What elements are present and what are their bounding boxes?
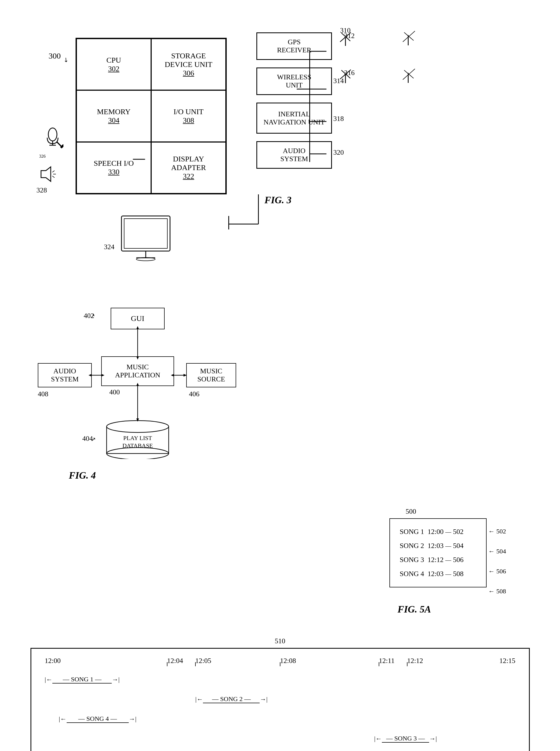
song3-label: — SONG 3 — (382, 735, 429, 743)
song3-bar-row: |← — SONG 3 — →| (45, 735, 516, 751)
song2-bracket-left: |← (195, 696, 203, 703)
antenna-312-icon (335, 27, 356, 48)
music-src-label: MUSICSOURCE (197, 367, 225, 383)
fig5a-box: SONG 1 12:00 — 502 SONG 2 12:03 — 504 SO… (389, 518, 486, 588)
svg-line-22 (404, 33, 414, 40)
svg-line-3 (57, 142, 61, 146)
cell-cpu: CPU 302 (76, 39, 151, 90)
svg-point-0 (48, 128, 57, 141)
ref-320: 320 (333, 149, 344, 157)
wireless-unit-box: WIRELESSUNIT (256, 67, 332, 95)
svg-line-25 (404, 70, 414, 78)
cell-speech: SPEECH I/O 330 (76, 142, 151, 194)
svg-line-21 (403, 31, 415, 42)
svg-line-6 (52, 171, 55, 172)
song1-row: SONG 1 12:00 — 502 (400, 525, 476, 539)
display-label: DISPLAYADAPTER (171, 155, 206, 172)
arrow-300-icon: ↘ (62, 55, 70, 64)
cpu-num: 302 (108, 64, 120, 73)
speech-num: 330 (108, 167, 120, 176)
memory-label: MEMORY (97, 107, 131, 116)
song3-bracket-right: →| (429, 735, 437, 743)
song4-bracket-left: |← (59, 715, 67, 723)
song2-bar-row: |← — SONG 2 — →| (45, 695, 516, 713)
inertial-nav-box: INERTIALNAVIGATION UNIT (256, 103, 332, 134)
io-label: I/O UNIT (174, 107, 203, 116)
gui-label: GUI (131, 314, 144, 323)
fig5a-section-row: 500 SONG 1 12:00 — 502 SONG 2 12:03 — 50… (22, 502, 538, 626)
arrow-402-icon: ↗ (91, 313, 95, 319)
timeline-row: 12:00 12:04 12:05 12:08 12:11 12:12 12:1… (45, 657, 516, 670)
monitor-icon (117, 215, 174, 264)
gui-box: GUI (111, 308, 165, 329)
audio-system-box: AUDIOSYSTEM (256, 141, 332, 169)
ref-406: 406 (189, 390, 199, 398)
svg-rect-33 (124, 219, 167, 248)
label-328: 328 (36, 186, 47, 194)
svg-text:DATABASE: DATABASE (122, 442, 153, 449)
song1-bar-row: |← — SONG 1 — →| (45, 676, 516, 693)
gps-label: GPSRECEIVER (277, 38, 311, 54)
label-326: 326 (39, 154, 46, 159)
speech-label: SPEECH I/O (94, 159, 134, 167)
ref-318: 318 (333, 115, 344, 123)
label-324: 324 (104, 243, 115, 251)
antenna-316-icon (335, 64, 356, 86)
song2-label: — SONG 2 — (203, 695, 260, 703)
song2-row: SONG 2 12:03 — 504 (400, 539, 476, 553)
song1-bracket-right: →| (112, 676, 120, 683)
song3-bracket-left: |← (374, 735, 382, 743)
time-1200: 12:00 (45, 657, 61, 665)
microphone-icon (42, 127, 63, 150)
ref-506: ← 506 (488, 564, 506, 578)
io-num: 308 (183, 116, 194, 125)
ref-408: 408 (38, 390, 48, 398)
time-1208: 12:08 (280, 657, 296, 665)
svg-rect-32 (121, 216, 170, 251)
music-app-box: MUSICAPPLICATION (101, 356, 174, 386)
fig5a-caption: FIG. 5A (398, 604, 506, 615)
fig3-caption: FIG. 3 (264, 194, 292, 206)
cell-display: DISPLAYADAPTER 322 (151, 142, 226, 194)
arrow-404-icon: ↗ (91, 436, 96, 442)
fig4-section: GUI 402 ↗ MUSICAPPLICATION AUDIOSYSTEM 4… (22, 297, 538, 491)
fig5b-section: 510 12:00 12:04 12:05 12:08 12:11 12:12 … (22, 637, 538, 751)
ref-502: ← 502 (488, 524, 506, 538)
fig4-caption: FIG. 4 (69, 470, 96, 481)
wireless-label: WIRELESSUNIT (277, 73, 311, 90)
song4-row: SONG 4 12:03 — 508 (400, 567, 476, 581)
computer-block: CPU 302 STORAGEDEVICE UNIT 306 MEMORY 30… (76, 38, 227, 194)
svg-line-24 (403, 69, 415, 80)
music-app-label: MUSICAPPLICATION (115, 363, 160, 379)
svg-text:PLAY LIST: PLAY LIST (123, 435, 152, 441)
ref-510: 510 (275, 637, 285, 645)
ref-504: ← 504 (488, 544, 506, 558)
time-1205: 12:05 (195, 657, 211, 665)
ref-400: 400 (109, 388, 120, 396)
cell-memory: MEMORY 304 (76, 90, 151, 142)
song1-label: — SONG 1 — (52, 676, 112, 684)
ref-300: 300 (48, 51, 61, 60)
song3-bar: |← — SONG 3 — →| (374, 735, 437, 743)
time-1212: 12:12 (407, 657, 423, 665)
ref-508: ← 508 (488, 584, 506, 598)
music-source-box: MUSICSOURCE (186, 363, 236, 388)
fig3-container: 300 ↘ CPU 302 STORAGEDEVICE UNIT 306 MEM… (22, 16, 538, 281)
cell-io: I/O UNIT 308 (151, 90, 226, 142)
gps-receiver-box: GPSRECEIVER (256, 33, 332, 60)
song3-row: SONG 3 12:12 — 506 (400, 553, 476, 567)
fig4-audio-box: AUDIOSYSTEM (38, 363, 92, 388)
svg-marker-5 (41, 167, 51, 181)
song4-bar-row: |← — SONG 4 — →| (45, 715, 516, 733)
cell-storage: STORAGEDEVICE UNIT 306 (151, 39, 226, 90)
song1-bracket-left: |← (45, 676, 53, 683)
svg-point-38 (106, 420, 169, 432)
cpu-label: CPU (106, 56, 121, 64)
page: 300 ↘ CPU 302 STORAGEDEVICE UNIT 306 MEM… (0, 0, 560, 751)
song4-label: — SONG 4 — (67, 715, 129, 723)
memory-num: 304 (108, 116, 120, 125)
time-1204: 12:04 (167, 657, 183, 665)
song2-bar: |← — SONG 2 — →| (195, 695, 268, 703)
svg-line-8 (52, 176, 55, 178)
storage-label: STORAGEDEVICE UNIT (165, 52, 213, 69)
